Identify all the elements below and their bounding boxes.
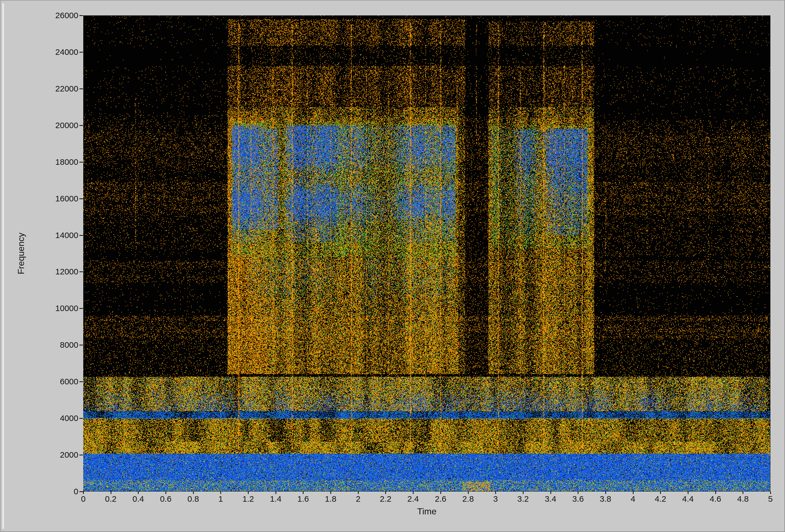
y-tick-mark <box>79 308 83 309</box>
x-tick-label: 1.2 <box>234 494 262 504</box>
y-tick-mark <box>79 235 83 236</box>
x-tick-mark <box>110 491 111 494</box>
x-tick-mark <box>166 491 166 494</box>
x-tick-mark <box>440 491 441 494</box>
x-tick-mark <box>550 491 551 494</box>
x-tick-mark <box>358 491 359 494</box>
x-tick-label: 3.6 <box>564 494 592 504</box>
x-tick-label: 4.8 <box>729 494 757 504</box>
x-tick-mark <box>468 491 469 494</box>
x-tick-mark <box>275 491 276 494</box>
x-tick-label: 3 <box>482 494 509 504</box>
x-tick-label: 4.6 <box>702 494 729 504</box>
x-tick-mark <box>605 491 606 494</box>
x-tick-label: 0.2 <box>97 494 125 504</box>
y-tick-label: 8000 <box>0 340 78 350</box>
x-tick-label: 3.8 <box>592 494 619 504</box>
x-tick-mark <box>715 491 716 494</box>
y-tick-label: 2000 <box>0 450 78 460</box>
x-tick-mark <box>633 491 634 494</box>
x-tick-mark <box>770 491 771 494</box>
y-tick-mark <box>79 15 83 16</box>
y-tick-label: 12000 <box>0 267 78 276</box>
x-tick-label: 0.4 <box>124 494 152 504</box>
x-axis-title: Time <box>417 506 436 516</box>
x-tick-label: 2.8 <box>454 494 482 504</box>
y-tick-label: 16000 <box>0 194 78 204</box>
x-tick-label: 4.2 <box>647 494 674 504</box>
y-tick-label: 22000 <box>0 84 78 94</box>
x-tick-label: 4.4 <box>674 494 702 504</box>
x-tick-mark <box>220 491 221 494</box>
x-tick-label: 3.4 <box>537 494 564 504</box>
x-tick-mark <box>385 491 386 494</box>
spectrogram-plot-area[interactable] <box>83 16 770 491</box>
x-tick-label: 0.8 <box>179 494 207 504</box>
y-tick-mark <box>79 345 83 345</box>
y-tick-mark <box>79 418 83 419</box>
y-tick-mark <box>79 198 83 199</box>
y-tick-label: 6000 <box>0 377 78 387</box>
x-tick-mark <box>742 491 743 494</box>
y-tick-label: 10000 <box>0 303 78 313</box>
x-tick-mark <box>83 491 84 494</box>
x-tick-label: 5 <box>757 494 784 504</box>
x-tick-label: 0 <box>70 494 97 504</box>
x-tick-mark <box>138 491 139 494</box>
y-tick-label: 24000 <box>0 47 78 57</box>
x-tick-label: 1.4 <box>262 494 289 504</box>
x-tick-label: 1.6 <box>289 494 317 504</box>
x-tick-mark <box>303 491 304 494</box>
x-tick-label: 2 <box>345 494 372 504</box>
x-tick-label: 2.6 <box>427 494 454 504</box>
y-tick-label: 4000 <box>0 413 78 423</box>
x-tick-mark <box>660 491 661 494</box>
y-tick-mark <box>79 125 83 126</box>
x-tick-mark <box>330 491 331 494</box>
y-tick-label: 18000 <box>0 157 78 167</box>
y-tick-mark <box>79 271 83 272</box>
x-tick-label: 0.6 <box>152 494 179 504</box>
x-tick-label: 2.2 <box>372 494 399 504</box>
x-tick-mark <box>523 491 524 494</box>
x-tick-mark <box>578 491 579 494</box>
x-tick-mark <box>688 491 688 494</box>
x-tick-label: 1.8 <box>317 494 345 504</box>
x-tick-label: 2.4 <box>399 494 427 504</box>
x-tick-label: 4 <box>619 494 647 504</box>
y-tick-label: 26000 <box>0 10 78 20</box>
x-tick-mark <box>248 491 249 494</box>
x-tick-mark <box>413 491 413 494</box>
y-tick-mark <box>79 381 83 382</box>
y-tick-mark <box>79 162 83 163</box>
x-tick-mark <box>193 491 194 494</box>
y-tick-label: 20000 <box>0 121 78 130</box>
y-tick-label: 14000 <box>0 230 78 240</box>
y-tick-mark <box>79 88 83 89</box>
y-tick-mark <box>79 455 83 455</box>
x-tick-label: 1 <box>207 494 234 504</box>
x-tick-mark <box>495 491 496 494</box>
x-tick-label: 3.2 <box>509 494 537 504</box>
y-tick-mark <box>79 491 83 492</box>
y-tick-mark <box>79 52 83 53</box>
y-tick-label: 0 <box>0 486 78 497</box>
